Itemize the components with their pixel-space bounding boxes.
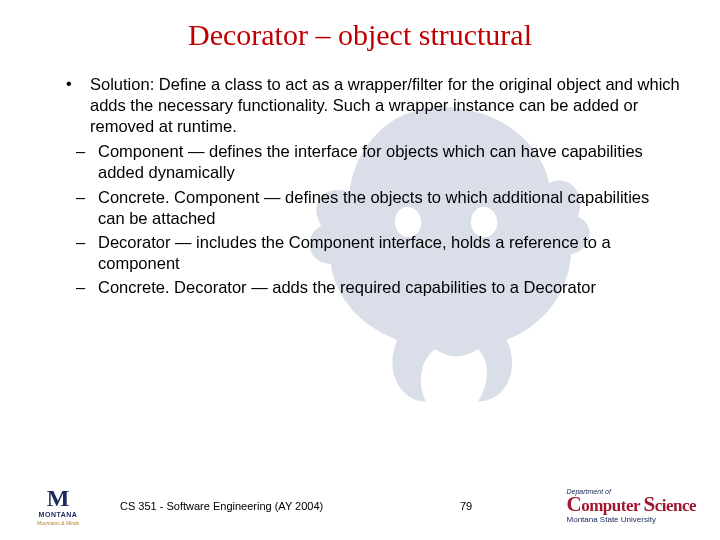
list-item: Concrete. Component — defines the object… (76, 187, 680, 229)
content-body: Solution: Define a class to act as a wra… (40, 74, 680, 298)
list-item: Component — defines the interface for ob… (76, 141, 680, 183)
logo-mark: M (28, 488, 88, 510)
dept-uni: Montana State University (567, 516, 696, 524)
footer-course: CS 351 - Software Engineering (AY 2004) (120, 500, 323, 512)
logo-tagline: Mountains & Minds (28, 520, 88, 526)
list-item: Concrete. Decorator — adds the required … (76, 277, 680, 298)
logo-text: MONTANA (28, 511, 88, 518)
page-number: 79 (460, 500, 472, 512)
slide-title: Decorator – object structural (40, 18, 680, 52)
dept-label: Department of (567, 488, 696, 495)
slide-footer: M MONTANA Mountains & Minds CS 351 - Sof… (0, 480, 720, 530)
bullet-solution: Solution: Define a class to act as a wra… (54, 74, 680, 137)
montana-logo: M MONTANA Mountains & Minds (28, 488, 88, 526)
sub-bullet-list: Component — defines the interface for ob… (76, 141, 680, 298)
list-item: Decorator — includes the Component inter… (76, 232, 680, 274)
dept-name: Computer Science (567, 495, 696, 515)
cs-dept-logo: Department of Computer Science Montana S… (567, 488, 696, 524)
